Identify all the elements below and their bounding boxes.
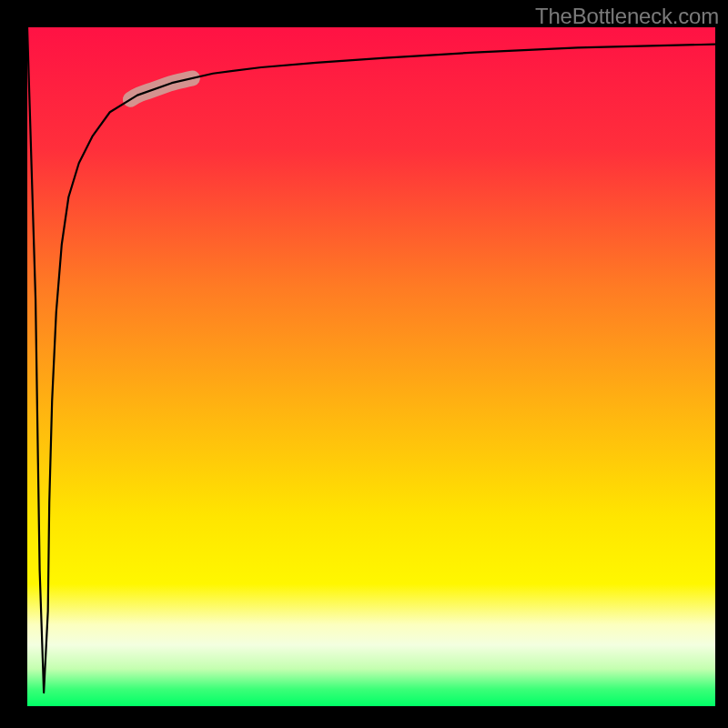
curve-layer — [27, 27, 715, 706]
attribution-label: TheBottleneck.com — [535, 4, 719, 29]
curve-highlight — [130, 78, 192, 99]
plot-area — [27, 27, 715, 706]
chart-stage: TheBottleneck.com — [0, 0, 728, 728]
bottleneck-curve — [27, 27, 715, 693]
